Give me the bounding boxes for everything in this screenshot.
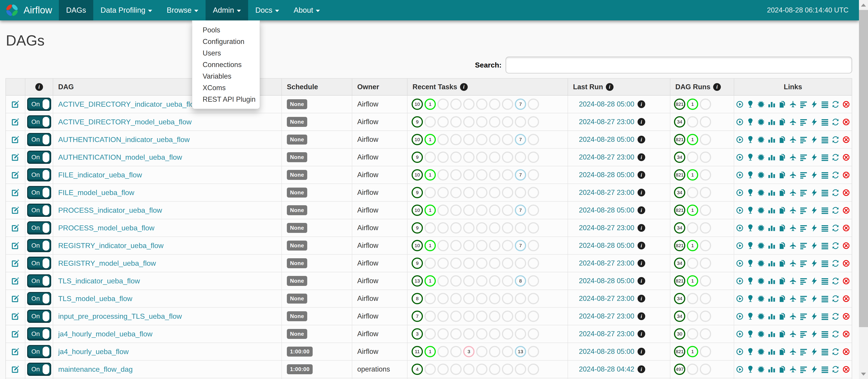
details-icon[interactable]	[821, 100, 829, 108]
tree-view-icon[interactable]	[746, 242, 754, 250]
info-icon[interactable]: i	[638, 153, 645, 161]
task-state-circle-empty[interactable]	[450, 258, 462, 269]
task-state-circle-empty[interactable]	[489, 169, 500, 180]
task-state-circle-empty[interactable]	[450, 275, 462, 287]
task-state-circle-empty[interactable]	[476, 98, 488, 110]
dag-run-circle-empty[interactable]	[687, 258, 698, 269]
info-icon[interactable]: i	[638, 366, 645, 373]
task-state-circle-empty[interactable]	[489, 98, 500, 110]
task-state-circle-empty[interactable]	[425, 328, 436, 340]
dag-run-circle-empty[interactable]	[687, 187, 698, 198]
landing-times-icon[interactable]	[789, 171, 797, 179]
task-state-circle-success[interactable]: 9	[411, 258, 423, 269]
task-state-circle-empty[interactable]	[502, 187, 513, 198]
task-state-circle-empty[interactable]	[425, 187, 436, 198]
task-state-circle-empty[interactable]	[450, 151, 462, 163]
nav-item-browse[interactable]: Browse	[159, 0, 206, 20]
admin-menu-item-configuration[interactable]: Configuration	[192, 36, 260, 47]
task-duration-icon[interactable]	[768, 189, 776, 197]
task-state-circle-empty[interactable]	[528, 151, 539, 163]
info-icon[interactable]: i	[606, 83, 614, 91]
task-state-circle-empty[interactable]	[463, 134, 474, 145]
graph-view-icon[interactable]	[757, 136, 765, 144]
refresh-icon[interactable]	[832, 330, 839, 338]
nav-item-about[interactable]: About	[286, 0, 327, 20]
task-state-circle-empty[interactable]	[437, 205, 449, 216]
refresh-icon[interactable]	[832, 242, 839, 250]
landing-times-icon[interactable]	[789, 206, 797, 214]
edit-dag-icon[interactable]	[11, 205, 20, 215]
dag-run-circle-running[interactable]: 1	[687, 169, 698, 180]
dag-run-circle-empty[interactable]	[700, 98, 711, 110]
task-state-circle-empty[interactable]	[425, 258, 436, 269]
dag-run-circle-success[interactable]: 34	[674, 293, 685, 304]
task-state-circle-success[interactable]: 8	[411, 293, 423, 304]
task-state-circle-skipped[interactable]: 3	[463, 346, 474, 357]
graph-view-icon[interactable]	[757, 242, 765, 250]
dag-name-link[interactable]: ja4_hourly_ueba_flow	[58, 348, 129, 356]
dag-name-link[interactable]: PROCESS_indicator_ueba_flow	[58, 206, 162, 214]
task-state-circle-empty[interactable]	[528, 293, 539, 304]
code-icon[interactable]	[810, 348, 818, 356]
refresh-icon[interactable]	[832, 295, 839, 303]
dag-on-off-toggle[interactable]: On	[27, 168, 51, 181]
details-icon[interactable]	[821, 330, 829, 338]
gantt-icon[interactable]	[800, 189, 808, 197]
graph-view-icon[interactable]	[757, 348, 765, 356]
delete-icon[interactable]	[842, 330, 850, 338]
details-icon[interactable]	[821, 312, 829, 320]
details-icon[interactable]	[821, 136, 829, 144]
tree-view-icon[interactable]	[746, 348, 754, 356]
dag-run-circle-success[interactable]: 34	[674, 311, 685, 322]
task-state-circle-empty[interactable]	[437, 116, 449, 127]
task-duration-icon[interactable]	[768, 366, 776, 373]
nav-item-dags[interactable]: DAGs	[59, 0, 93, 20]
task-state-circle-empty[interactable]	[476, 293, 488, 304]
dag-name-link[interactable]: ACTIVE_DIRECTORY_model_ueba_flow	[58, 118, 191, 126]
details-icon[interactable]	[821, 277, 829, 285]
code-icon[interactable]	[810, 330, 818, 338]
task-tries-icon[interactable]	[778, 118, 786, 126]
task-tries-icon[interactable]	[778, 153, 786, 161]
tree-view-icon[interactable]	[746, 312, 754, 320]
task-state-circle-empty[interactable]	[463, 116, 474, 127]
task-state-circle-empty[interactable]	[476, 169, 488, 180]
dag-run-circle-empty[interactable]	[700, 258, 711, 269]
task-state-circle-empty[interactable]	[489, 275, 500, 287]
task-state-circle-empty[interactable]	[528, 346, 539, 357]
task-state-circle-empty[interactable]	[515, 222, 526, 234]
landing-times-icon[interactable]	[789, 348, 797, 356]
dag-name-link[interactable]: PROCESS_model_ueba_flow	[58, 224, 154, 232]
tree-view-icon[interactable]	[746, 136, 754, 144]
delete-icon[interactable]	[842, 100, 850, 108]
last-run-link[interactable]: 2024-08-27 23:00	[579, 259, 634, 267]
last-run-link[interactable]: 2024-08-28 04:42	[579, 365, 634, 373]
info-icon[interactable]: i	[638, 242, 645, 250]
dag-run-circle-empty[interactable]	[700, 328, 711, 340]
dag-run-circle-success[interactable]: 821	[674, 346, 685, 357]
trigger-dag-icon[interactable]	[736, 242, 744, 250]
trigger-dag-icon[interactable]	[736, 118, 744, 126]
task-state-circle-empty[interactable]	[463, 258, 474, 269]
dag-run-circle-running[interactable]: 1	[687, 346, 698, 357]
info-icon[interactable]: i	[460, 83, 468, 91]
landing-times-icon[interactable]	[789, 136, 797, 144]
graph-view-icon[interactable]	[757, 171, 765, 179]
task-state-circle-empty[interactable]	[515, 151, 526, 163]
graph-view-icon[interactable]	[757, 100, 765, 108]
task-duration-icon[interactable]	[768, 136, 776, 144]
gantt-icon[interactable]	[800, 277, 808, 285]
scroll-down-button[interactable]	[859, 369, 868, 379]
refresh-icon[interactable]	[832, 366, 839, 373]
gantt-icon[interactable]	[800, 171, 808, 179]
task-state-circle-empty[interactable]	[450, 187, 462, 198]
last-run-link[interactable]: 2024-08-28 05:00	[579, 241, 634, 250]
dag-name-link[interactable]: AUTHENTICATION_model_ueba_flow	[58, 153, 182, 162]
info-icon[interactable]: i	[638, 171, 645, 179]
task-state-circle-empty[interactable]	[476, 240, 488, 251]
task-state-circle-empty[interactable]	[528, 328, 539, 340]
dag-run-circle-success[interactable]: 821	[674, 98, 685, 110]
tree-view-icon[interactable]	[746, 118, 754, 126]
task-state-circle-empty[interactable]	[489, 240, 500, 251]
dag-name-link[interactable]: ACTIVE_DIRECTORY_indicator_ueba_flow	[58, 100, 199, 109]
